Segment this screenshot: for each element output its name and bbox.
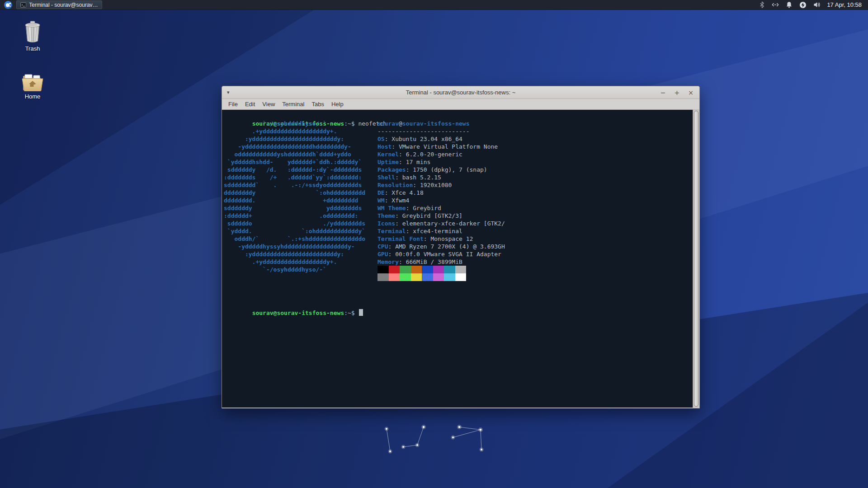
neofetch-info-line: Shell: bash 5.2.15	[377, 174, 505, 181]
menu-item-edit[interactable]: Edit	[241, 99, 259, 109]
palette-swatch	[422, 273, 433, 281]
prompt-user: sourav@sourav-itsfoss-news	[252, 310, 344, 316]
neofetch-ascii-logo: `-/osyhddddhyso/-` .+ydddddddddddddddddd…	[224, 120, 365, 273]
palette-row-2	[377, 273, 466, 281]
palette-swatch	[433, 266, 444, 273]
wallpaper-constellations	[380, 419, 488, 457]
terminal-icon	[20, 2, 26, 8]
desktop-icon-label: Trash	[13, 45, 52, 52]
notifications-bell-icon[interactable]	[786, 1, 793, 8]
neofetch-info-line: Memory: 666MiB / 3899MiB	[377, 258, 505, 266]
window-titlebar[interactable]: ▾ Terminal - sourav@sourav-itsfoss-news:…	[222, 86, 699, 99]
panel-clock[interactable]: 17 Apr, 10:58	[827, 1, 862, 8]
neofetch-info-line: OS: Xubuntu 23.04 x86_64	[377, 135, 505, 143]
neofetch-info-line: Packages: 1750 (dpkg), 7 (snap)	[377, 166, 505, 174]
palette-swatch	[389, 273, 400, 281]
trash-icon	[22, 21, 43, 43]
minimize-button[interactable]: −	[660, 89, 666, 96]
neofetch-info-line: Resolution: 868x488	[377, 181, 505, 189]
network-icon[interactable]	[772, 1, 779, 8]
desktop-icon-trash[interactable]: Trash	[13, 21, 52, 52]
palette-swatch	[411, 273, 422, 281]
bluetooth-icon[interactable]	[759, 1, 765, 8]
menu-item-file[interactable]: File	[225, 99, 241, 109]
menu-item-tabs[interactable]: Tabs	[308, 99, 327, 109]
palette-swatch	[455, 266, 467, 273]
palette-swatch	[377, 266, 389, 273]
desktop-icon-label: Home	[13, 93, 52, 100]
prompt-tail: :~$	[344, 310, 354, 316]
neofetch-info-line: Host: VMware Virtual Platform None	[377, 143, 505, 150]
menu-item-view[interactable]: View	[259, 99, 278, 109]
terminal-window: ▾ Terminal - sourav@sourav-itsfoss-news:…	[222, 86, 700, 408]
neofetch-header: sourav@sourav-itsfoss-news	[377, 120, 505, 127]
scrollbar-thumb[interactable]	[694, 111, 698, 407]
menubar: FileEditViewTerminalTabsHelp	[222, 99, 699, 110]
window-menu-arrow-icon[interactable]: ▾	[227, 89, 230, 95]
palette-swatch	[411, 266, 422, 273]
volume-icon[interactable]	[813, 1, 821, 8]
close-button[interactable]: ×	[688, 89, 693, 96]
neofetch-info: sourav@sourav-itsfoss-news -------------…	[377, 120, 505, 266]
neofetch-info-line: GPU: 00:0f.0 VMware SVGA II Adapter	[377, 250, 505, 258]
terminal-line-prompt: sourav@sourav-itsfoss-news:~$	[224, 301, 363, 324]
maximize-button[interactable]: +	[675, 89, 680, 96]
xubuntu-logo-icon	[5, 2, 11, 8]
window-controls: − + ×	[660, 89, 693, 96]
scrollbar[interactable]	[693, 110, 699, 408]
palette-swatch	[389, 266, 400, 273]
window-title: Terminal - sourav@sourav-itsfoss-news: ~	[222, 89, 699, 96]
neofetch-info-line: Uptime: 17 mins	[377, 158, 505, 166]
menu-item-terminal[interactable]: Terminal	[278, 99, 308, 109]
terminal-body: sourav@sourav-itsfoss-news:~$ neofetch `…	[222, 110, 699, 408]
neofetch-info-line: Kernel: 6.2.0-20-generic	[377, 150, 505, 158]
neofetch-separator: --------------------------	[377, 127, 505, 135]
palette-swatch	[422, 266, 433, 273]
palette-swatch	[400, 266, 411, 273]
palette-swatch	[455, 273, 467, 281]
neofetch-info-line: WM: Xfwm4	[377, 197, 505, 204]
neofetch-info-line: Icons: elementary-xfce-darker [GTK2/	[377, 220, 505, 227]
palette-swatch	[433, 273, 444, 281]
terminal-content[interactable]: sourav@sourav-itsfoss-news:~$ neofetch `…	[222, 110, 693, 408]
palette-swatch	[400, 273, 411, 281]
menu-item-help[interactable]: Help	[328, 99, 347, 109]
palette-swatch	[444, 266, 455, 273]
palette-swatch	[444, 273, 455, 281]
terminal-cursor	[359, 309, 363, 316]
applications-menu-button[interactable]	[4, 1, 12, 9]
neofetch-info-line: Theme: Greybird [GTK2/3]	[377, 212, 505, 220]
home-folder-icon	[21, 72, 44, 91]
neofetch-color-palette	[377, 266, 466, 281]
neofetch-info-line: Terminal Font: Monospace 12	[377, 235, 505, 243]
neofetch-info-line: Terminal: xfce4-terminal	[377, 227, 505, 235]
system-tray	[759, 1, 821, 9]
taskbar-button-title: Terminal - sourav@sourav-it...	[29, 2, 98, 8]
palette-swatch	[377, 273, 389, 281]
desktop-icon-home[interactable]: Home	[13, 72, 52, 100]
top-panel: Terminal - sourav@sourav-it... 17 Apr, 1…	[0, 0, 868, 10]
palette-row-1	[377, 266, 466, 273]
neofetch-info-line: CPU: AMD Ryzen 7 2700X (4) @ 3.693GH	[377, 243, 505, 250]
power-manager-icon[interactable]	[799, 1, 807, 9]
taskbar-button-terminal[interactable]: Terminal - sourav@sourav-it...	[16, 0, 102, 9]
neofetch-info-line: DE: Xfce 4.18	[377, 189, 505, 197]
neofetch-info-line: WM Theme: Greybird	[377, 204, 505, 212]
